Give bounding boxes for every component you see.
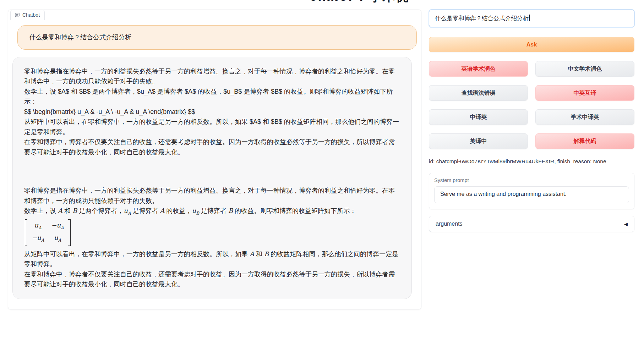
matrix-cells: uA −uA −uA uA bbox=[27, 219, 68, 246]
bot-paragraph: 零和博弈是指在博弈中，一方的利益损失必然等于另一方的利益增益。换言之，对于每一种… bbox=[24, 66, 400, 87]
function-button-english-polish[interactable]: 英语学术润色 bbox=[429, 61, 528, 77]
matrix-cell: −uA bbox=[32, 233, 44, 245]
user-message-text: 什么是零和博弈？结合公式介绍分析 bbox=[29, 32, 405, 43]
bot-paragraph: 在零和博弈中，博弈者不仅要关注自己的收益，还需要考虑对手的收益。因为一方取得的收… bbox=[24, 137, 400, 157]
bot-latex-source: $$ \begin{bmatrix} u_A & -u_A \ -u_A & u… bbox=[24, 107, 400, 117]
chatbot-label-text: Chatbot bbox=[22, 12, 40, 18]
controls-column: 什么是零和博弈？结合公式介绍分析 Ask 英语学术润色 中文学术润色 查找语法错… bbox=[429, 10, 634, 309]
matrix-cell: uA bbox=[51, 233, 64, 245]
system-prompt-input[interactable]: Serve me as a writing and programming as… bbox=[434, 186, 629, 203]
text-cursor bbox=[529, 15, 530, 21]
chatbot-panel: Chatbot 什么是零和博弈？结合公式介绍分析 零和博弈是指在博弈中，一方的利… bbox=[8, 10, 421, 309]
status-line: id: chatcmpl-6wOo7KrYTwMl89lbrMWRu4UkFFX… bbox=[429, 158, 634, 165]
function-button-chinese-polish[interactable]: 中文学术润色 bbox=[535, 61, 634, 77]
app-root: ChatGPT 学术优化 Chatbot 什么是零和博弈？结合公式介绍分析 bbox=[0, 0, 644, 341]
system-prompt-label: System prompt bbox=[434, 177, 629, 183]
page-title: ChatGPT 学术优化 bbox=[305, 0, 412, 3]
system-prompt-value: Serve me as a writing and programming as… bbox=[440, 191, 567, 197]
bot-paragraph: 数学上，设 $A$ 和 $B$ 是两个博弈者，$u_A$ 是博弈者 $A$ 的收… bbox=[24, 87, 400, 107]
ask-button[interactable]: Ask bbox=[429, 37, 634, 52]
chatbot-label: Chatbot bbox=[10, 10, 45, 20]
function-button-grid: 英语学术润色 中文学术润色 查找语法错误 中英互译 中译英 学术中译英 英译中 … bbox=[429, 61, 634, 149]
chat-messages: 什么是零和博弈？结合公式介绍分析 零和博弈是指在博弈中，一方的利益损失必然等于另… bbox=[8, 10, 421, 299]
bot-paragraph-math: 数学上，设 A 和 B 是两个博弈者，uA 是博弈者 A 的收益，uB 是博弈者… bbox=[24, 206, 400, 218]
bot-message-bubble: 零和博弈是指在博弈中，一方的利益损失必然等于另一方的利益增益。换言之，对于每一种… bbox=[12, 57, 412, 299]
bot-paragraph: 零和博弈是指在博弈中，一方的利益损失必然等于另一方的利益增益。换言之，对于每一种… bbox=[24, 186, 400, 206]
user-message-bubble: 什么是零和博弈？结合公式介绍分析 bbox=[17, 25, 417, 50]
question-input-value: 什么是零和博弈？结合公式介绍分析 bbox=[435, 15, 529, 21]
function-button-grammar-check[interactable]: 查找语法错误 bbox=[429, 85, 528, 101]
matrix-cell: uA bbox=[32, 221, 44, 232]
math-matrix: uA −uA −uA uA bbox=[25, 219, 71, 246]
bot-paragraph: 从矩阵中可以看出，在零和博弈中，一方的收益是另一方的相反数。所以，如果 $A$ … bbox=[24, 117, 400, 137]
chat-bubble-icon bbox=[15, 12, 20, 18]
bot-paragraph: 在零和博弈中，博弈者不仅要关注自己的收益，还需要考虑对手的收益。因为一方取得的收… bbox=[24, 269, 400, 290]
bot-message-raw-block: 零和博弈是指在博弈中，一方的利益损失必然等于另一方的利益增益。换言之，对于每一种… bbox=[24, 66, 400, 158]
matrix-cell: −uA bbox=[51, 221, 64, 232]
matrix-right-bracket bbox=[68, 219, 71, 246]
question-input[interactable]: 什么是零和博弈？结合公式介绍分析 bbox=[429, 10, 634, 27]
accordion-label: arguments bbox=[436, 221, 463, 227]
bot-message-rendered-block: 零和博弈是指在博弈中，一方的利益损失必然等于另一方的利益增益。换言之，对于每一种… bbox=[24, 186, 400, 290]
bot-paragraph-math: 从矩阵中可以看出，在零和博弈中，一方的收益是另一方的相反数。所以，如果 A 和 … bbox=[24, 249, 400, 269]
function-button-academic-zh-en[interactable]: 学术中译英 bbox=[535, 109, 634, 125]
accordion-collapse-icon: ◀ bbox=[624, 221, 628, 227]
function-button-zh-en-translate[interactable]: 中英互译 bbox=[535, 85, 634, 101]
function-button-en-to-zh[interactable]: 英译中 bbox=[429, 133, 528, 149]
matrix-left-bracket bbox=[25, 219, 27, 246]
system-prompt-group: System prompt Serve me as a writing and … bbox=[429, 173, 634, 209]
function-button-explain-code[interactable]: 解释代码 bbox=[535, 133, 634, 149]
function-button-zh-to-en[interactable]: 中译英 bbox=[429, 109, 528, 125]
arguments-accordion[interactable]: arguments ◀ bbox=[429, 216, 634, 232]
